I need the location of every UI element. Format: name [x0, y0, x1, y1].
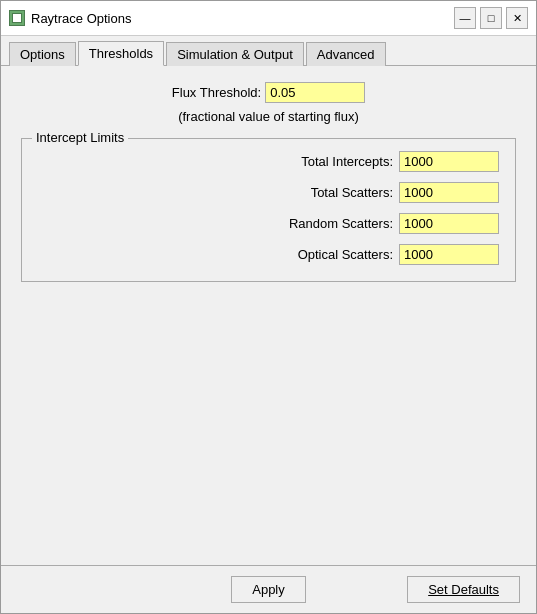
flux-threshold-label: Flux Threshold:: [172, 85, 261, 100]
close-button[interactable]: ✕: [506, 7, 528, 29]
title-bar: Raytrace Options — □ ✕: [1, 1, 536, 36]
intercept-limits-legend: Intercept Limits: [32, 130, 128, 145]
flux-threshold-input[interactable]: [265, 82, 365, 103]
optical-scatters-row: Optical Scatters:: [38, 244, 499, 265]
random-scatters-row: Random Scatters:: [38, 213, 499, 234]
total-intercepts-row: Total Intercepts:: [38, 151, 499, 172]
window-title: Raytrace Options: [31, 11, 131, 26]
intercept-limits-group: Intercept Limits Total Intercepts: Total…: [21, 138, 516, 282]
optical-scatters-label: Optical Scatters:: [298, 247, 393, 262]
flux-threshold-hint: (fractional value of starting flux): [21, 109, 516, 124]
optical-scatters-input[interactable]: [399, 244, 499, 265]
total-scatters-row: Total Scatters:: [38, 182, 499, 203]
main-window: Raytrace Options — □ ✕ Options Threshold…: [0, 0, 537, 614]
window-icon: [9, 10, 25, 26]
maximize-button[interactable]: □: [480, 7, 502, 29]
content-area: Flux Threshold: (fractional value of sta…: [1, 66, 536, 565]
tab-advanced[interactable]: Advanced: [306, 42, 386, 66]
random-scatters-label: Random Scatters:: [289, 216, 393, 231]
tab-simulation-output[interactable]: Simulation & Output: [166, 42, 304, 66]
title-bar-left: Raytrace Options: [9, 10, 131, 26]
random-scatters-input[interactable]: [399, 213, 499, 234]
tab-options[interactable]: Options: [9, 42, 76, 66]
minimize-button[interactable]: —: [454, 7, 476, 29]
set-defaults-button[interactable]: Set Defaults: [407, 576, 520, 603]
total-scatters-label: Total Scatters:: [311, 185, 393, 200]
title-bar-controls: — □ ✕: [454, 7, 528, 29]
footer: Apply Set Defaults: [1, 565, 536, 613]
apply-button[interactable]: Apply: [231, 576, 306, 603]
total-intercepts-input[interactable]: [399, 151, 499, 172]
total-scatters-input[interactable]: [399, 182, 499, 203]
tab-bar: Options Thresholds Simulation & Output A…: [1, 36, 536, 66]
flux-threshold-row: Flux Threshold:: [21, 82, 516, 103]
total-intercepts-label: Total Intercepts:: [301, 154, 393, 169]
tab-thresholds[interactable]: Thresholds: [78, 41, 164, 66]
